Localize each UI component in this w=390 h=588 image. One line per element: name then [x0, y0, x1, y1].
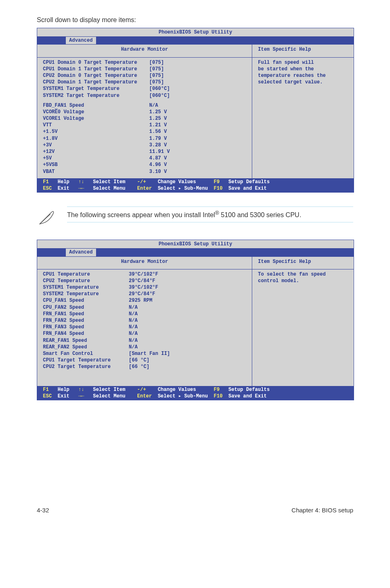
setting-label: CPU2 Target Temperature	[43, 364, 129, 370]
table-row: FRN_FAN4 SpeedN/A	[43, 330, 246, 337]
table-row: CPU2 Target Temperature[66 °C]	[43, 364, 246, 370]
setting-label: +5VSB	[43, 162, 149, 168]
table-row: SYSTEM2 Temperature29°C/84°F	[43, 291, 246, 297]
setting-label: CPU1 Domain 1 Target Temperature	[43, 66, 149, 72]
setting-value: N/A	[129, 304, 138, 311]
bios-window-2: PhoenixBIOS Setup Utility Advanced Hardw…	[37, 240, 354, 400]
setting-value: N/A	[129, 344, 138, 350]
setting-label: FRN_FAN3 Speed	[43, 324, 129, 330]
setting-value: [060°C]	[149, 92, 170, 99]
setting-value: [66 °C]	[129, 364, 149, 370]
page-number: 4-32	[37, 507, 49, 514]
table-row: SYSTEM1 Target Temperature[060°C]	[43, 85, 246, 92]
note-text: The following screens appear when you in…	[67, 209, 353, 220]
setting-value: [075]	[149, 72, 164, 79]
table-row: CPU2 Temperature29°C/84°F	[43, 278, 246, 284]
hardware-monitor-header: Hardware Monitor	[43, 258, 246, 266]
table-row: FBD_FAN1 SpeedN/A	[43, 102, 246, 109]
setting-value: 1.21 V	[149, 122, 167, 128]
bios2-main-panel: CPU1 Temperature39°C/102°FCPU2 Temperatu…	[37, 269, 252, 374]
setting-value: 3.10 V	[149, 168, 167, 175]
table-row: +3V3.28 V	[43, 142, 246, 148]
bios1-main-panel: CPU1 Domain 0 Target Temperature[075]CPU…	[37, 58, 252, 178]
setting-label: Smart Fan Control	[43, 350, 129, 357]
setting-label: SYSTEM1 Target Temperature	[43, 85, 149, 92]
setting-value: 39°C/102°F	[129, 271, 158, 278]
setting-value: N/A	[149, 102, 158, 109]
table-row: VCORE0 Voltage1.25 V	[43, 109, 246, 115]
bios-title: PhoenixBIOS Setup Utility	[37, 240, 354, 249]
setting-label: SYSTEM2 Temperature	[43, 291, 129, 297]
setting-value: [075]	[149, 59, 164, 66]
setting-label: VCORE0 Voltage	[43, 109, 149, 115]
table-row: FRN_FAN3 SpeedN/A	[43, 324, 246, 330]
setting-label: CPU_FAN1 Speed	[43, 297, 129, 304]
setting-label: VCORE1 Voltage	[43, 115, 149, 122]
setting-label: REAR_FAN1 Speed	[43, 337, 129, 344]
setting-value: 1.25 V	[149, 109, 167, 115]
intro-text: Scroll down to display more items:	[37, 16, 353, 24]
table-row: Smart Fan Control[Smart Fan II]	[43, 350, 246, 357]
setting-value: [Smart Fan II]	[129, 350, 170, 357]
setting-value: 3.28 V	[149, 142, 167, 148]
table-row: +12V11.91 V	[43, 148, 246, 155]
setting-label: VBAT	[43, 168, 149, 175]
table-row: SYSTEM2 Target Temperature[060°C]	[43, 92, 246, 99]
table-row: +1.5V1.56 V	[43, 128, 246, 135]
feather-icon	[37, 206, 56, 228]
setting-value: N/A	[129, 330, 138, 337]
table-row: SYSTEM1 Temperature39°C/102°F	[43, 284, 246, 291]
bios-tabbar: Advanced	[37, 37, 354, 44]
item-specific-help-header: Item Specific Help	[258, 46, 348, 53]
setting-label: CPU1 Target Temperature	[43, 357, 129, 364]
table-row: VCORE1 Voltage1.25 V	[43, 115, 246, 122]
setting-label: CPU1 Domain 0 Target Temperature	[43, 59, 149, 66]
table-row: VBAT3.10 V	[43, 168, 246, 175]
table-row: CPU1 Domain 1 Target Temperature[075]	[43, 66, 246, 72]
setting-label: FRN_FAN4 Speed	[43, 330, 129, 337]
bios-window-1: PhoenixBIOS Setup Utility Advanced Hardw…	[37, 28, 354, 193]
setting-value: 39°C/102°F	[129, 284, 158, 291]
tab-advanced[interactable]: Advanced	[66, 249, 96, 256]
table-row: CPU1 Target Temperature[66 °C]	[43, 357, 246, 364]
table-row: CPU_FAN1 Speed2925 RPM	[43, 297, 246, 304]
setting-value: 1.79 V	[149, 135, 167, 142]
setting-label: +12V	[43, 148, 149, 155]
setting-value: 4.87 V	[149, 155, 167, 162]
setting-label: VTT	[43, 122, 149, 128]
setting-value: N/A	[129, 311, 138, 317]
setting-value: [075]	[149, 79, 164, 85]
setting-label: CPU2 Domain 0 Target Temperature	[43, 72, 149, 79]
tab-advanced[interactable]: Advanced	[66, 37, 96, 44]
table-row: REAR_FAN1 SpeedN/A	[43, 337, 246, 344]
setting-label: REAR_FAN2 Speed	[43, 344, 129, 350]
setting-label: SYSTEM1 Temperature	[43, 284, 129, 291]
setting-label: CPU2 Domain 1 Target Temperature	[43, 79, 149, 85]
bios-footer: F1 Help ↑↓ Select Item -/+ Change Values…	[37, 386, 354, 400]
table-row: CPU_FAN2 SpeedN/A	[43, 304, 246, 311]
setting-value: N/A	[129, 324, 138, 330]
table-row: CPU2 Domain 0 Target Temperature[075]	[43, 72, 246, 79]
item-specific-help-header: Item Specific Help	[258, 258, 348, 265]
chapter-label: Chapter 4: BIOS setup	[291, 507, 353, 514]
setting-label: +5V	[43, 155, 149, 162]
note-block: The following screens appear when you in…	[37, 206, 353, 228]
setting-label: CPU2 Temperature	[43, 278, 129, 284]
bios-title: PhoenixBIOS Setup Utility	[37, 28, 354, 37]
setting-value: [66 °C]	[129, 357, 149, 364]
setting-label: SYSTEM2 Target Temperature	[43, 92, 149, 99]
setting-label: +1.8V	[43, 135, 149, 142]
table-row: FRN_FAN1 SpeedN/A	[43, 311, 246, 317]
setting-value: N/A	[129, 337, 138, 344]
setting-value: 11.91 V	[149, 148, 170, 155]
setting-label: FBD_FAN1 Speed	[43, 102, 149, 109]
setting-value: 29°C/84°F	[129, 278, 155, 284]
setting-value: [060°C]	[149, 85, 170, 92]
table-row: VTT1.21 V	[43, 122, 246, 128]
setting-value: 4.96 V	[149, 162, 167, 168]
setting-label: CPU1 Temperature	[43, 271, 129, 278]
page-footer: 4-32 Chapter 4: BIOS setup	[37, 507, 353, 514]
table-row: CPU1 Temperature39°C/102°F	[43, 271, 246, 278]
table-row: REAR_FAN2 SpeedN/A	[43, 344, 246, 350]
bios1-help-text: Full fan speed will be started when the …	[258, 59, 348, 86]
